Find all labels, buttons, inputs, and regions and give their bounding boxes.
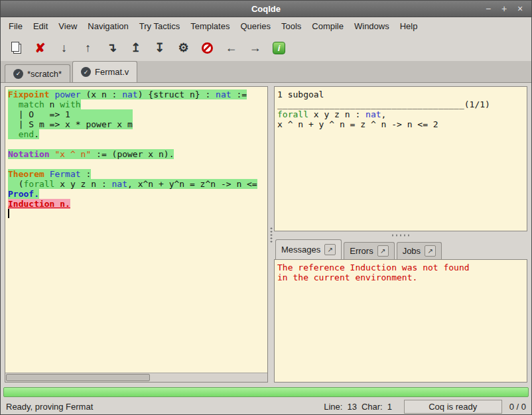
coq-status-box: Coq is ready [404,400,502,414]
code-line: 1 subgoal [277,89,527,99]
goals-pane: 1 subgoal_______________________________… [274,86,527,231]
progress-bar [3,387,529,397]
code-line: Fixpoint power (x n : nat) {struct n} : … [8,89,267,99]
tab-scratch[interactable]: ✓*scratch* [5,64,70,82]
code-line [8,209,267,219]
back-icon[interactable]: ← [221,38,241,58]
interrupt-icon[interactable] [197,38,218,58]
step-forward-icon[interactable]: ↓ [54,38,74,58]
vertical-splitter[interactable] [268,86,274,383]
menu-templates[interactable]: Templates [185,19,235,34]
info-badge: i [273,42,285,54]
close-button[interactable]: × [515,4,525,13]
minimize-button[interactable]: − [484,4,493,13]
titlebar[interactable]: CoqIde − + × [1,1,531,17]
menu-tools[interactable]: Tools [276,19,306,34]
code-line: ____________________________________(1/1… [277,99,527,109]
detach-icon[interactable]: ↗ [425,245,436,257]
go-to-cursor-icon[interactable]: ↴ [101,38,122,58]
menu-compile[interactable]: Compile [306,19,349,34]
editor-horizontal-scrollbar[interactable] [5,373,267,382]
messages-content: The reference Induction was not foundin … [275,260,527,282]
code-line: forall x y z n : nat, [277,109,527,119]
code-line: (forall x y z n : nat, x^n + y^n = z^n -… [8,179,267,189]
char-number: 1 [387,402,397,412]
code-line [8,139,267,149]
text-cursor [8,209,9,218]
code-line: Notation "x ^ n" := (power x n). [8,149,267,159]
menu-view[interactable]: View [53,19,82,34]
tab-status-icon: ✓ [13,69,23,79]
toolbar: ✘↓↑↴↥↧⚙←→i [1,34,531,61]
line-number: 13 [347,402,356,412]
detach-icon[interactable]: ↗ [377,245,389,257]
tab-label: Messages [281,245,320,255]
step-backward-icon[interactable]: ↑ [78,38,98,58]
menu-navigation[interactable]: Navigation [82,19,133,34]
code-line: The reference Induction was not found [277,263,527,272]
window-title: CoqIde [1,4,531,14]
menubar: FileEditViewNavigationTry TacticsTemplat… [1,17,531,34]
maximize-button[interactable]: + [499,4,509,13]
go-to-end-icon[interactable]: ↧ [149,38,170,58]
code-line: in the current environment. [277,272,527,282]
messages-pane: The reference Induction was not foundin … [274,259,527,383]
main-area: Fixpoint power (x n : nat) {struct n} : … [1,83,531,385]
line-label: Line: [324,402,342,412]
code-line: match n with [8,99,267,109]
new-file-icon[interactable] [6,38,27,58]
forward-icon[interactable]: → [245,38,265,58]
coqide-window: CoqIde − + × FileEditViewNavigationTry T… [0,0,532,415]
script-editor-pane: Fixpoint power (x n : nat) {struct n} : … [5,86,268,383]
code-line: | O => 1 [8,109,267,119]
statusbar: Ready, proving Fermat Line: 13 Char: 1 C… [1,398,531,414]
script-editor-code[interactable]: Fixpoint power (x n : nat) {struct n} : … [5,87,267,373]
tab-label: *scratch* [27,69,62,79]
status-message: Ready, proving Fermat [6,402,93,412]
code-line [8,159,267,169]
right-column: 1 subgoal_______________________________… [274,86,527,383]
no-entry-sign [202,42,213,54]
tab-label: Errors [350,246,373,256]
tab-label: Jobs [403,246,421,256]
task-counter: 0 / 0 [509,402,526,412]
tab-status-icon: ✓ [81,67,91,77]
tab-messages[interactable]: Messages↗ [275,239,342,259]
menu-queries[interactable]: Queries [235,19,276,34]
menu-file[interactable]: File [3,19,28,34]
code-line: | S m => x * power x m [8,119,267,129]
code-line: x ^ n + y ^ n = z ^ n -> n <= 2 [277,119,527,129]
about-icon[interactable]: i [269,38,289,58]
code-line: Theorem Fermat : [8,169,267,179]
menu-try-tactics[interactable]: Try Tactics [134,19,185,34]
horizontal-splitter[interactable] [274,231,527,239]
menu-edit[interactable]: Edit [28,19,53,34]
code-line: end. [8,129,267,139]
tabbar: ✓*scratch*✓Fermat.v [1,61,531,83]
menu-windows[interactable]: Windows [349,19,395,34]
detach-icon[interactable]: ↗ [324,244,336,255]
cancel-icon[interactable]: ✘ [30,38,50,58]
tab-errors[interactable]: Errors↗ [344,242,394,259]
restart-icon[interactable]: ↥ [125,38,146,58]
goals-content: 1 subgoal_______________________________… [275,87,527,129]
tab-jobs[interactable]: Jobs↗ [397,242,442,259]
gears-icon[interactable]: ⚙ [173,38,194,58]
message-tabbar: Messages↗Errors↗Jobs↗ [274,239,527,259]
status-right: Line: 13 Char: 1 Coq is ready 0 / 0 [324,400,526,414]
window-controls: − + × [484,4,531,13]
scrollbar-thumb[interactable] [6,374,150,381]
code-line: Induction n. [8,199,267,209]
tab-fermat.v[interactable]: ✓Fermat.v [72,61,137,82]
page-glyph [11,42,19,52]
code-line: Proof. [8,189,267,199]
menu-help[interactable]: Help [395,19,423,34]
char-label: Char: [362,402,383,412]
tab-label: Fermat.v [95,67,129,77]
